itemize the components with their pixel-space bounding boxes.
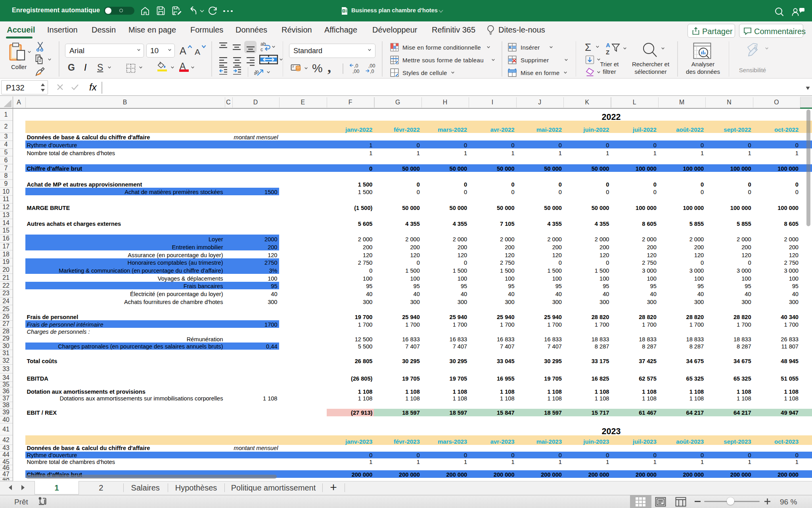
svg-text:ab: ab <box>254 69 260 76</box>
svg-text:,00: ,00 <box>352 69 359 74</box>
svg-text:,0: ,0 <box>354 63 358 69</box>
svg-text:X: X <box>343 9 345 13</box>
svg-text:ab: ab <box>260 41 266 47</box>
svg-text:Z: Z <box>606 49 609 56</box>
svg-text:,0: ,0 <box>370 69 374 74</box>
svg-text:,00: ,00 <box>368 63 375 69</box>
svg-text:c: c <box>260 47 263 52</box>
svg-text:A: A <box>606 42 610 48</box>
